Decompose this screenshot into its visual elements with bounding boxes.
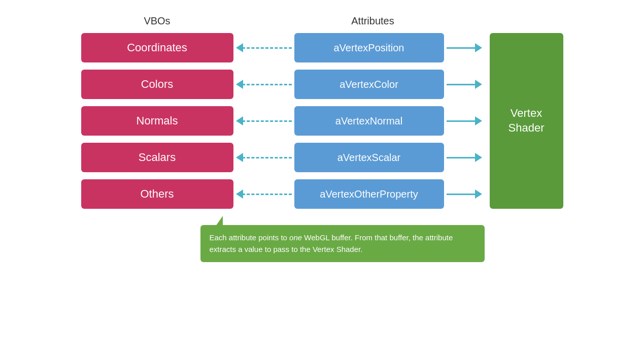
attr-column-label: Attributes bbox=[294, 15, 452, 27]
dashed-arrow-area bbox=[233, 70, 294, 99]
dashed-arrow-area bbox=[233, 33, 294, 62]
vbo-box: Coordinates bbox=[81, 33, 233, 62]
solid-line bbox=[447, 157, 476, 158]
dashed-line bbox=[242, 120, 292, 122]
vbo-box: Others bbox=[81, 179, 233, 209]
dashed-arrow-area bbox=[233, 179, 294, 209]
attr-box: aVertexScalar bbox=[294, 143, 444, 172]
vertex-shader-label: VertexShader bbox=[509, 106, 545, 135]
solid-arrow-area bbox=[444, 33, 485, 62]
solid-arrow-area bbox=[444, 143, 485, 172]
solid-line bbox=[447, 194, 476, 195]
vbo-box: Colors bbox=[81, 70, 233, 99]
callout-text-pre: Each attribute points to bbox=[210, 233, 290, 242]
arrow-head-right-icon bbox=[475, 153, 482, 162]
arrow-head-right-icon bbox=[475, 189, 482, 199]
dashed-line bbox=[242, 157, 292, 158]
solid-line bbox=[447, 120, 476, 122]
callout-em: one bbox=[289, 233, 302, 242]
dashed-arrow-area bbox=[233, 143, 294, 172]
dashed-line bbox=[242, 84, 292, 85]
rows-area: CoordinatesaVertexPositionColorsaVertexC… bbox=[81, 33, 563, 209]
dashed-arrow-area bbox=[233, 106, 294, 136]
solid-line bbox=[447, 47, 476, 49]
solid-arrow-area bbox=[444, 179, 485, 209]
dashed-line bbox=[242, 194, 292, 195]
columns-header: VBOs Attributes bbox=[81, 15, 563, 27]
attr-box: aVertexPosition bbox=[294, 33, 444, 62]
vbo-column-label: VBOs bbox=[81, 15, 233, 27]
callout-wrapper: Each attribute points to one WebGL buffe… bbox=[81, 225, 563, 262]
vbo-box: Normals bbox=[81, 106, 233, 136]
attr-box: aVertexColor bbox=[294, 70, 444, 99]
callout: Each attribute points to one WebGL buffe… bbox=[200, 225, 485, 262]
attr-box: aVertexOtherProperty bbox=[294, 179, 444, 209]
vertex-shader-wrapper: VertexShader bbox=[490, 33, 563, 209]
diagram: VBOs Attributes CoordinatesaVertexPositi… bbox=[0, 0, 644, 351]
vertex-shader-box: VertexShader bbox=[490, 33, 563, 209]
arrow-head-right-icon bbox=[475, 116, 482, 125]
attr-box: aVertexNormal bbox=[294, 106, 444, 136]
arrow-head-right-icon bbox=[475, 80, 482, 89]
vbo-box: Scalars bbox=[81, 143, 233, 172]
solid-arrow-area bbox=[444, 70, 485, 99]
solid-line bbox=[447, 84, 476, 85]
arrow-head-right-icon bbox=[475, 43, 482, 52]
solid-arrow-area bbox=[444, 106, 485, 136]
dashed-line bbox=[242, 47, 292, 49]
